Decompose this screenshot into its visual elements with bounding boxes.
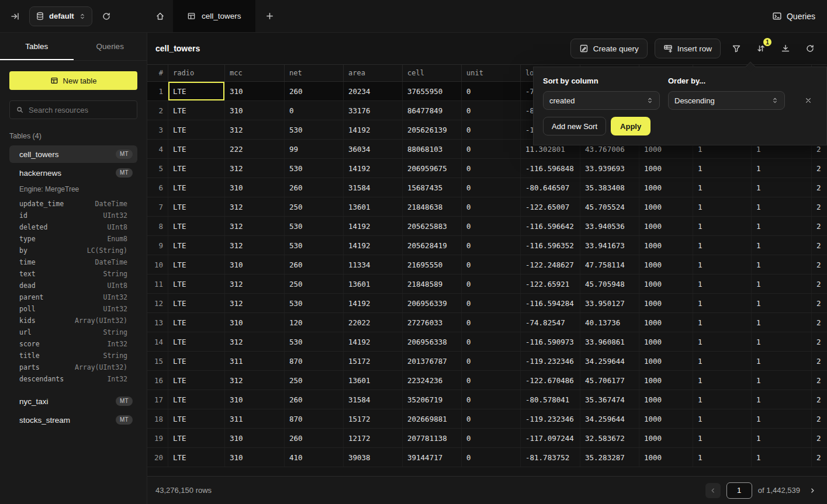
data-cell[interactable]: LTE [168, 197, 225, 216]
data-cell[interactable]: 31584 [344, 390, 403, 409]
data-cell[interactable]: LTE [168, 236, 225, 255]
data-cell[interactable]: 202669881 [403, 409, 462, 428]
data-cell[interactable]: 310 [225, 429, 285, 447]
data-cell[interactable]: 0 [462, 313, 521, 332]
data-cell[interactable]: 311 [225, 409, 285, 428]
data-cell[interactable]: 1000 [639, 352, 693, 370]
data-cell[interactable]: 0 [462, 217, 521, 235]
data-cell[interactable]: -122.65007 [521, 197, 580, 216]
data-cell[interactable]: 1000 [639, 371, 693, 390]
data-cell[interactable]: 312 [225, 274, 285, 293]
data-cell[interactable]: 2 [812, 448, 827, 467]
data-cell[interactable]: 31584 [344, 178, 403, 197]
row-number-cell[interactable]: 20 [147, 448, 168, 467]
data-cell[interactable]: 1000 [639, 236, 693, 255]
data-cell[interactable]: 870 [285, 352, 344, 370]
refresh-table-button[interactable] [801, 40, 819, 57]
row-number-cell[interactable]: 12 [147, 294, 168, 312]
data-cell[interactable]: -119.232346 [521, 409, 580, 428]
data-cell[interactable]: LTE [168, 352, 225, 370]
data-cell[interactable]: -116.590973 [521, 332, 580, 351]
data-cell[interactable]: 312 [225, 371, 285, 390]
data-cell[interactable]: 37655950 [403, 82, 462, 100]
data-cell[interactable]: 21695550 [403, 255, 462, 274]
data-cell[interactable]: 2 [812, 274, 827, 293]
data-cell[interactable]: -122.670486 [521, 371, 580, 390]
data-cell[interactable]: 35206719 [403, 390, 462, 409]
table-row[interactable]: 16LTE31225013601223242360-122.67048645.7… [147, 371, 827, 390]
data-cell[interactable]: 1 [693, 429, 752, 447]
data-cell[interactable]: 1 [752, 274, 812, 293]
data-cell[interactable]: 15172 [344, 409, 403, 428]
page-input[interactable] [726, 482, 752, 499]
data-cell[interactable]: LTE [168, 101, 225, 120]
data-cell[interactable]: 206959675 [403, 159, 462, 178]
data-cell[interactable]: LTE [168, 448, 225, 467]
data-cell[interactable]: 310 [225, 178, 285, 197]
data-cell[interactable]: LTE [168, 409, 225, 428]
data-cell[interactable]: 205626139 [403, 120, 462, 139]
table-row[interactable]: 17LTE31026031584352067190-80.57804135.36… [147, 390, 827, 409]
data-cell[interactable]: 1 [693, 236, 752, 255]
data-cell[interactable]: 33176 [344, 101, 403, 120]
data-cell[interactable]: 1 [693, 332, 752, 351]
data-cell[interactable]: 2 [812, 217, 827, 235]
data-cell[interactable]: 39038 [344, 448, 403, 467]
table-row[interactable]: 6LTE31026031584156874350-80.64650735.383… [147, 178, 827, 197]
row-number-cell[interactable]: 14 [147, 332, 168, 351]
data-cell[interactable]: 1000 [639, 217, 693, 235]
data-cell[interactable]: 27276033 [403, 313, 462, 332]
data-cell[interactable]: LTE [168, 178, 225, 197]
row-number-cell[interactable]: 1 [147, 82, 168, 100]
data-cell[interactable]: 21848638 [403, 197, 462, 216]
data-cell[interactable]: -80.646507 [521, 178, 580, 197]
data-cell[interactable]: 1000 [639, 390, 693, 409]
data-cell[interactable]: 1000 [639, 409, 693, 428]
data-cell[interactable]: 2 [812, 352, 827, 370]
insert-row-button[interactable]: Insert row [655, 39, 721, 58]
data-cell[interactable]: 1000 [639, 313, 693, 332]
data-cell[interactable]: 11334 [344, 255, 403, 274]
data-cell[interactable]: 0 [462, 159, 521, 178]
data-cell[interactable]: -122.248627 [521, 255, 580, 274]
row-number-cell[interactable]: 5 [147, 159, 168, 178]
sidebar-item-stocks-stream[interactable]: stocks_stream MT [9, 411, 137, 429]
row-number-cell[interactable]: 4 [147, 140, 168, 158]
data-cell[interactable]: 1 [693, 313, 752, 332]
data-cell[interactable]: 312 [225, 236, 285, 255]
data-cell[interactable]: 530 [285, 120, 344, 139]
data-cell[interactable]: 250 [285, 197, 344, 216]
table-row[interactable]: 20LTE31041039038391447170-81.78375235.28… [147, 448, 827, 467]
data-cell[interactable]: LTE [168, 120, 225, 139]
new-tab-button[interactable] [255, 0, 285, 32]
sidebar-tab-queries[interactable]: Queries [74, 33, 147, 60]
data-cell[interactable]: -81.783752 [521, 448, 580, 467]
data-cell[interactable]: 35.367474 [580, 390, 639, 409]
data-cell[interactable]: 88068103 [403, 140, 462, 158]
sort-column-select[interactable]: created [543, 91, 660, 110]
data-cell[interactable]: 0 [462, 197, 521, 216]
data-cell[interactable]: 2 [812, 236, 827, 255]
data-cell[interactable]: -116.594284 [521, 294, 580, 312]
data-cell[interactable]: LTE [168, 390, 225, 409]
data-cell[interactable]: 33.939693 [580, 159, 639, 178]
data-cell[interactable]: 0 [462, 120, 521, 139]
data-cell[interactable]: 2 [812, 313, 827, 332]
data-cell[interactable]: 260 [285, 178, 344, 197]
data-cell[interactable]: 260 [285, 255, 344, 274]
data-cell[interactable]: 1000 [639, 178, 693, 197]
data-cell[interactable]: 34.259644 [580, 409, 639, 428]
data-cell[interactable]: -116.596848 [521, 159, 580, 178]
data-cell[interactable]: 1 [693, 294, 752, 312]
table-row[interactable]: 11LTE31225013601218485890-122.6592145.70… [147, 274, 827, 294]
data-cell[interactable]: 1000 [639, 274, 693, 293]
data-cell[interactable]: 310 [225, 82, 285, 100]
data-cell[interactable]: 205628419 [403, 236, 462, 255]
database-selector[interactable]: default [29, 6, 92, 26]
column-header[interactable]: # [147, 65, 168, 81]
data-cell[interactable]: 1 [752, 255, 812, 274]
data-cell[interactable]: -80.578041 [521, 390, 580, 409]
sidebar-tab-tables[interactable]: Tables [0, 33, 74, 60]
apply-sort-button[interactable]: Apply [611, 117, 650, 135]
data-cell[interactable]: 1000 [639, 429, 693, 447]
